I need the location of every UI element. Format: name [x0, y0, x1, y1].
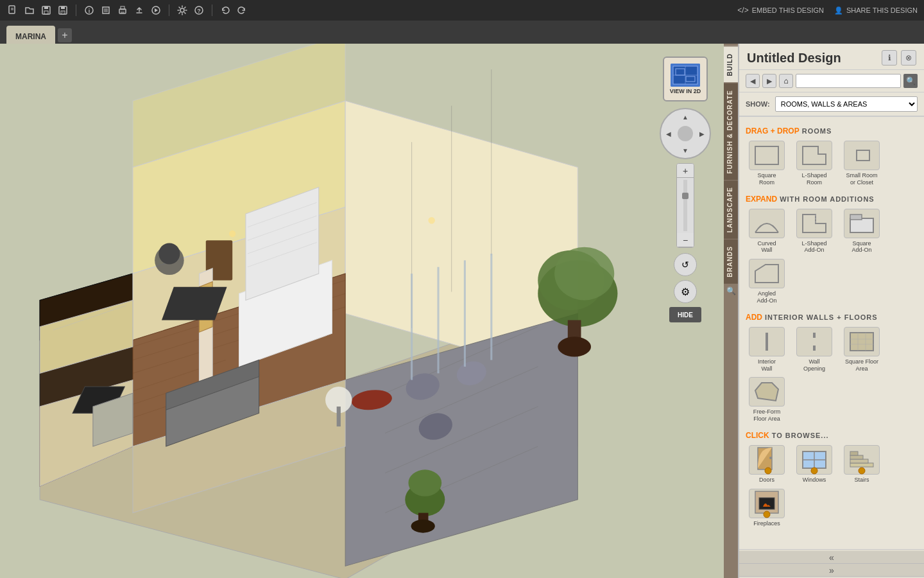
panel-expand-bottom-button[interactable]: » — [739, 564, 924, 577]
item-square-addon[interactable]: Square Add-On — [841, 209, 883, 254]
tab-marina[interactable]: MARINA — [6, 26, 55, 44]
item-windows[interactable]: Windows — [793, 445, 835, 484]
item-interior-wall[interactable]: Interior Wall — [746, 327, 788, 372]
item-l-shaped-room[interactable]: L-Shaped Room — [793, 141, 835, 186]
info-icon[interactable]: i — [83, 4, 96, 17]
topbar: * i ? </> — [0, 0, 924, 21]
zoom-control: + − — [676, 163, 694, 248]
share-button[interactable]: 👤 SHARE THIS DESIGN — [834, 6, 918, 15]
nav-up-button[interactable]: ▲ — [680, 112, 690, 122]
item-freeform-floor[interactable]: Free-Form Floor Area — [746, 377, 788, 423]
panel-collapse-button[interactable]: ⊗ — [901, 50, 916, 66]
add-tab-button[interactable]: + — [58, 28, 72, 42]
zoom-in-button[interactable]: + — [676, 164, 694, 178]
reset-view-button[interactable]: ↺ — [674, 253, 697, 276]
canvas-area[interactable]: VIEW IN 2D ▲ ▼ ◀ ▶ + − — [0, 44, 724, 578]
svg-point-115 — [811, 468, 817, 474]
svg-point-123 — [764, 511, 770, 518]
svg-rect-100 — [850, 215, 862, 220]
square-room-label: Square Room — [757, 172, 776, 186]
rooms-grid: Square Room L-Shaped Room — [746, 141, 918, 186]
svg-rect-4 — [44, 6, 48, 9]
search-go-button[interactable]: 🔍 — [903, 74, 918, 88]
separator-2 — [169, 4, 169, 16]
nav-right-button[interactable]: ▶ — [697, 128, 707, 139]
tab-furnish[interactable]: FURNISH & DECORATE — [724, 83, 738, 180]
svg-point-59 — [554, 247, 614, 301]
item-fireplaces[interactable]: Fireplaces — [746, 489, 788, 527]
section-drag-drop-rooms: DRAG + DROP ROOMS Square Room — [746, 126, 918, 186]
show-label: SHOW: — [746, 100, 770, 108]
additions-grid: Curved Wall L-Shaped Add-On — [746, 209, 918, 304]
svg-rect-119 — [850, 451, 858, 455]
item-square-floor[interactable]: Square Floor Area — [841, 327, 883, 372]
settings-icon[interactable] — [176, 4, 189, 17]
tab-build[interactable]: BUILD — [724, 46, 738, 83]
search-input[interactable] — [796, 74, 901, 88]
floorplan-svg — [0, 44, 724, 578]
show-dropdown[interactable]: ROOMS, WALLS & AREAS FLOOR PLAN FURNITUR… — [775, 96, 918, 112]
svg-point-69 — [411, 520, 435, 533]
new-file-icon[interactable] — [6, 4, 19, 17]
home-button[interactable]: ⌂ — [779, 74, 793, 88]
item-angled-addon[interactable]: Angled Add-On — [746, 259, 788, 304]
section-title-drag-drop: DRAG + DROP ROOMS — [746, 126, 918, 136]
zoom-track[interactable] — [683, 180, 687, 231]
undo-button[interactable] — [219, 4, 232, 17]
item-small-room[interactable]: Small Room or Closet — [841, 141, 883, 186]
svg-point-110 — [769, 457, 772, 459]
panel-collapse-bottom-button[interactable]: « — [739, 551, 924, 564]
share-icon: 👤 — [834, 6, 843, 15]
search-side-icon[interactable]: 🔍 — [724, 284, 738, 578]
svg-point-120 — [859, 468, 865, 474]
walls-grid: Interior Wall Wall Opening — [746, 327, 918, 423]
wall-opening-icon — [796, 327, 832, 356]
svg-point-67 — [408, 469, 441, 496]
svg-rect-122 — [759, 498, 774, 509]
save-as-icon[interactable]: * — [56, 4, 69, 17]
svg-point-111 — [765, 468, 771, 474]
item-curved-wall[interactable]: Curved Wall — [746, 209, 788, 254]
section-highlight-1: DRAG + DROP — [746, 127, 800, 136]
list-icon[interactable] — [99, 4, 112, 17]
item-doors[interactable]: Doors — [746, 445, 788, 484]
nav-down-button[interactable]: ▼ — [680, 145, 690, 155]
export-icon[interactable] — [133, 4, 146, 17]
hide-button[interactable]: HIDE — [669, 307, 701, 322]
square-room-icon — [749, 141, 785, 170]
view-2d-button[interactable]: VIEW IN 2D — [663, 57, 708, 101]
item-square-room[interactable]: Square Room — [746, 141, 788, 186]
print-icon[interactable] — [116, 4, 129, 17]
square-addon-icon — [844, 209, 880, 238]
view-2d-label: VIEW IN 2D — [670, 88, 701, 94]
help-icon[interactable]: ? — [193, 4, 205, 17]
save-icon[interactable] — [40, 4, 53, 17]
panel-info-button[interactable]: ℹ — [882, 50, 897, 66]
nav-left-button[interactable]: ◀ — [663, 128, 674, 139]
l-shaped-addon-label: L-Shaped Add-On — [801, 240, 826, 254]
panel-content[interactable]: DRAG + DROP ROOMS Square Room — [739, 117, 924, 549]
panel-header: Untitled Design ℹ ⊗ — [739, 44, 924, 70]
item-wall-opening[interactable]: Wall Opening — [793, 327, 835, 372]
settings-button[interactable]: ⚙ — [674, 280, 697, 303]
item-stairs[interactable]: Stairs — [841, 445, 883, 484]
separator — [76, 4, 76, 16]
go-icon[interactable] — [150, 4, 162, 17]
windows-label: Windows — [803, 477, 826, 484]
zoom-thumb — [682, 193, 689, 199]
open-file-icon[interactable] — [23, 4, 36, 17]
svg-rect-104 — [850, 333, 873, 351]
item-l-shaped-addon[interactable]: L-Shaped Add-On — [793, 209, 835, 254]
nav-back-button[interactable]: ◀ — [746, 74, 760, 88]
svg-rect-75 — [337, 407, 341, 426]
tab-brands[interactable]: BRANDS — [724, 239, 738, 284]
redo-button[interactable] — [235, 4, 248, 17]
nav-forward-button[interactable]: ▶ — [762, 74, 776, 88]
panel-header-actions: ℹ ⊗ — [882, 50, 916, 66]
zoom-out-button[interactable]: − — [676, 233, 694, 247]
svg-rect-116 — [850, 463, 873, 467]
tab-landscape[interactable]: LANDSCAPE — [724, 180, 738, 239]
embed-button[interactable]: </> EMBED THIS DESIGN — [737, 6, 824, 15]
l-shaped-room-icon — [796, 141, 832, 170]
panel-bottom: « » — [739, 549, 924, 578]
